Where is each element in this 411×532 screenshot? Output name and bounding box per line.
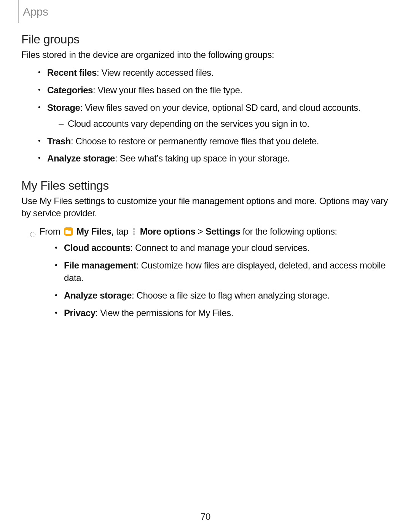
app-name: My Files <box>76 226 112 236</box>
svg-point-2 <box>133 228 135 230</box>
section-intro-my-files-settings: Use My Files settings to customize your … <box>21 195 390 220</box>
item-text: : View the permissions for My Files. <box>96 308 234 318</box>
folder-icon <box>64 227 73 236</box>
item-label: Cloud accounts <box>64 243 130 253</box>
steps-list: From My Files, tap More options > Settin… <box>21 225 390 320</box>
header-rule <box>18 0 19 23</box>
page-number: 70 <box>0 511 411 522</box>
item-text: : View files saved on your device, optio… <box>80 102 361 113</box>
step-item: From My Files, tap More options > Settin… <box>21 225 390 320</box>
list-item: Recent files: View recently accessed fil… <box>38 66 390 79</box>
list-item: File management: Customize how files are… <box>55 259 390 284</box>
item-text: : See what’s taking up space in your sto… <box>115 153 290 163</box>
page: Apps File groups Files stored in the dev… <box>0 0 411 532</box>
sub-item: Cloud accounts vary depending on the ser… <box>59 118 390 130</box>
section-title-file-groups: File groups <box>21 32 390 46</box>
list-item: Privacy: View the permissions for My Fil… <box>55 307 390 320</box>
item-text: : Choose a file size to flag when analyz… <box>132 290 330 300</box>
item-text: : View your files based on the file type… <box>93 85 242 95</box>
svg-point-3 <box>133 230 135 232</box>
list-item: Storage: View files saved on your device… <box>38 101 390 130</box>
item-text: : Connect to and manage your cloud servi… <box>130 243 309 253</box>
content: File groups Files stored in the device a… <box>21 32 390 324</box>
list-item: Categories: View your files based on the… <box>38 84 390 97</box>
svg-point-0 <box>30 232 35 237</box>
item-label: Categories <box>47 85 93 95</box>
item-label: Trash <box>47 136 71 146</box>
list-item: Analyze storage: Choose a file size to f… <box>55 289 390 302</box>
step-mid: , tap <box>111 226 131 236</box>
item-label: Privacy <box>64 308 96 318</box>
item-text: : Choose to restore or permanently remov… <box>71 136 319 146</box>
list-item: Trash: Choose to restore or permanently … <box>38 135 390 148</box>
item-text: : View recently accessed files. <box>97 67 213 78</box>
more-options-icon <box>132 227 136 236</box>
circle-icon <box>30 228 36 234</box>
breadcrumb: Apps <box>23 5 48 18</box>
item-label: Analyze storage <box>64 290 132 300</box>
svg-point-4 <box>133 233 135 235</box>
section-title-my-files-settings: My Files settings <box>21 179 390 193</box>
file-groups-list: Recent files: View recently accessed fil… <box>38 66 390 165</box>
step-gt: > <box>196 226 206 236</box>
item-label: File management <box>64 260 136 270</box>
item-label: Recent files <box>47 67 97 78</box>
step-post: for the following options: <box>240 226 337 236</box>
step-pre: From <box>40 226 63 236</box>
settings-options-list: Cloud accounts: Connect to and manage yo… <box>55 241 390 319</box>
list-item: Analyze storage: See what’s taking up sp… <box>38 152 390 165</box>
section-intro-file-groups: Files stored in the device are organized… <box>21 49 390 61</box>
sub-list: Cloud accounts vary depending on the ser… <box>59 118 390 130</box>
item-label: Analyze storage <box>47 153 115 163</box>
settings-label: Settings <box>206 226 240 236</box>
list-item: Cloud accounts: Connect to and manage yo… <box>55 241 390 254</box>
item-label: Storage <box>47 102 80 113</box>
more-options-label: More options <box>140 226 196 236</box>
